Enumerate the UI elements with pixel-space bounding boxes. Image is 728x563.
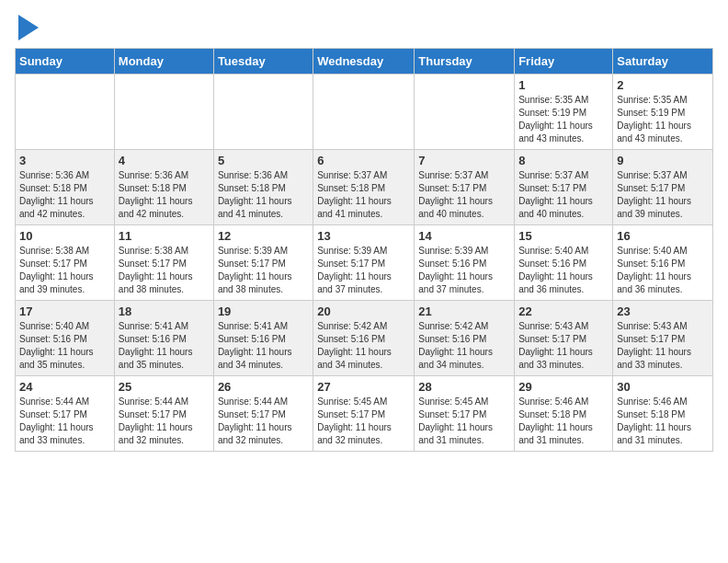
- day-number: 10: [19, 229, 110, 243]
- day-details: Sunrise: 5:35 AM Sunset: 5:19 PM Dayligh…: [617, 94, 709, 145]
- day-number: 3: [19, 154, 110, 167]
- day-number: 29: [518, 380, 609, 394]
- calendar-cell: 15Sunrise: 5:40 AM Sunset: 5:16 PM Dayli…: [515, 225, 613, 301]
- day-number: 21: [418, 304, 510, 318]
- logo: [15, 15, 39, 40]
- calendar-cell: 7Sunrise: 5:37 AM Sunset: 5:17 PM Daylig…: [415, 150, 515, 225]
- day-number: 22: [518, 304, 609, 318]
- calendar-cell: 23Sunrise: 5:43 AM Sunset: 5:17 PM Dayli…: [613, 301, 713, 376]
- calendar-cell: 2Sunrise: 5:35 AM Sunset: 5:19 PM Daylig…: [613, 75, 713, 150]
- calendar-cell: 16Sunrise: 5:40 AM Sunset: 5:16 PM Dayli…: [613, 225, 713, 301]
- calendar-cell: 22Sunrise: 5:43 AM Sunset: 5:17 PM Dayli…: [515, 301, 613, 376]
- day-details: Sunrise: 5:42 AM Sunset: 5:16 PM Dayligh…: [317, 320, 410, 372]
- day-header-tuesday: Tuesday: [213, 49, 313, 75]
- day-number: 6: [317, 154, 410, 167]
- calendar-cell: 29Sunrise: 5:46 AM Sunset: 5:18 PM Dayli…: [515, 376, 613, 452]
- day-details: Sunrise: 5:45 AM Sunset: 5:17 PM Dayligh…: [317, 396, 410, 447]
- calendar-cell: 26Sunrise: 5:44 AM Sunset: 5:17 PM Dayli…: [213, 376, 313, 452]
- day-details: Sunrise: 5:46 AM Sunset: 5:18 PM Dayligh…: [518, 396, 609, 447]
- day-number: 30: [617, 380, 709, 394]
- calendar-cell: 24Sunrise: 5:44 AM Sunset: 5:17 PM Dayli…: [16, 376, 115, 452]
- calendar-cell: 19Sunrise: 5:41 AM Sunset: 5:16 PM Dayli…: [213, 301, 313, 376]
- calendar-cell: 21Sunrise: 5:42 AM Sunset: 5:16 PM Dayli…: [415, 301, 515, 376]
- day-details: Sunrise: 5:45 AM Sunset: 5:17 PM Dayligh…: [418, 396, 510, 447]
- day-details: Sunrise: 5:44 AM Sunset: 5:17 PM Dayligh…: [119, 396, 210, 447]
- calendar-cell: 8Sunrise: 5:37 AM Sunset: 5:17 PM Daylig…: [515, 150, 613, 225]
- day-number: 25: [119, 380, 210, 394]
- day-number: 28: [418, 380, 510, 394]
- day-details: Sunrise: 5:42 AM Sunset: 5:16 PM Dayligh…: [418, 320, 510, 372]
- calendar-cell: 13Sunrise: 5:39 AM Sunset: 5:17 PM Dayli…: [313, 225, 415, 301]
- day-details: Sunrise: 5:35 AM Sunset: 5:19 PM Dayligh…: [518, 94, 609, 145]
- day-number: 26: [218, 380, 309, 394]
- calendar-cell: [16, 75, 115, 150]
- day-number: 24: [19, 380, 110, 394]
- day-number: 27: [317, 380, 410, 394]
- day-details: Sunrise: 5:40 AM Sunset: 5:16 PM Dayligh…: [518, 245, 609, 296]
- calendar-cell: 27Sunrise: 5:45 AM Sunset: 5:17 PM Dayli…: [313, 376, 415, 452]
- calendar-cell: 25Sunrise: 5:44 AM Sunset: 5:17 PM Dayli…: [114, 376, 213, 452]
- day-details: Sunrise: 5:40 AM Sunset: 5:16 PM Dayligh…: [19, 320, 110, 372]
- day-number: 9: [617, 154, 709, 167]
- calendar-cell: 28Sunrise: 5:45 AM Sunset: 5:17 PM Dayli…: [415, 376, 515, 452]
- day-header-saturday: Saturday: [613, 49, 713, 75]
- day-number: 14: [418, 229, 510, 243]
- calendar-table: SundayMondayTuesdayWednesdayThursdayFrid…: [15, 48, 713, 452]
- logo-icon: [18, 15, 39, 40]
- day-header-sunday: Sunday: [16, 49, 115, 75]
- day-details: Sunrise: 5:44 AM Sunset: 5:17 PM Dayligh…: [19, 396, 110, 447]
- day-details: Sunrise: 5:39 AM Sunset: 5:17 PM Dayligh…: [317, 245, 410, 296]
- calendar-cell: 9Sunrise: 5:37 AM Sunset: 5:17 PM Daylig…: [613, 150, 713, 225]
- day-details: Sunrise: 5:37 AM Sunset: 5:17 PM Dayligh…: [518, 169, 609, 221]
- day-header-wednesday: Wednesday: [313, 49, 415, 75]
- calendar-cell: 18Sunrise: 5:41 AM Sunset: 5:16 PM Dayli…: [114, 301, 213, 376]
- day-details: Sunrise: 5:40 AM Sunset: 5:16 PM Dayligh…: [617, 245, 709, 296]
- calendar-body: 1Sunrise: 5:35 AM Sunset: 5:19 PM Daylig…: [16, 75, 713, 452]
- day-details: Sunrise: 5:39 AM Sunset: 5:16 PM Dayligh…: [418, 245, 510, 296]
- day-details: Sunrise: 5:36 AM Sunset: 5:18 PM Dayligh…: [19, 169, 110, 221]
- day-number: 20: [317, 304, 410, 318]
- day-number: 7: [418, 154, 510, 167]
- calendar-cell: 1Sunrise: 5:35 AM Sunset: 5:19 PM Daylig…: [515, 75, 613, 150]
- day-number: 18: [119, 304, 210, 318]
- calendar-cell: 12Sunrise: 5:39 AM Sunset: 5:17 PM Dayli…: [213, 225, 313, 301]
- calendar-cell: [415, 75, 515, 150]
- calendar-cell: 5Sunrise: 5:36 AM Sunset: 5:18 PM Daylig…: [213, 150, 313, 225]
- day-details: Sunrise: 5:37 AM Sunset: 5:17 PM Dayligh…: [617, 169, 709, 221]
- svg-marker-0: [18, 15, 39, 40]
- day-details: Sunrise: 5:36 AM Sunset: 5:18 PM Dayligh…: [218, 169, 309, 221]
- day-header-monday: Monday: [114, 49, 213, 75]
- week-row-4: 17Sunrise: 5:40 AM Sunset: 5:16 PM Dayli…: [16, 301, 713, 376]
- calendar-cell: 14Sunrise: 5:39 AM Sunset: 5:16 PM Dayli…: [415, 225, 515, 301]
- day-header-thursday: Thursday: [415, 49, 515, 75]
- week-row-2: 3Sunrise: 5:36 AM Sunset: 5:18 PM Daylig…: [16, 150, 713, 225]
- day-number: 11: [119, 229, 210, 243]
- calendar-cell: [114, 75, 213, 150]
- day-number: 19: [218, 304, 309, 318]
- day-details: Sunrise: 5:37 AM Sunset: 5:18 PM Dayligh…: [317, 169, 410, 221]
- day-details: Sunrise: 5:36 AM Sunset: 5:18 PM Dayligh…: [119, 169, 210, 221]
- calendar-header: SundayMondayTuesdayWednesdayThursdayFrid…: [16, 49, 713, 75]
- day-number: 12: [218, 229, 309, 243]
- calendar-cell: [213, 75, 313, 150]
- calendar-cell: [313, 75, 415, 150]
- calendar-cell: 6Sunrise: 5:37 AM Sunset: 5:18 PM Daylig…: [313, 150, 415, 225]
- day-details: Sunrise: 5:46 AM Sunset: 5:18 PM Dayligh…: [617, 396, 709, 447]
- calendar-cell: 11Sunrise: 5:38 AM Sunset: 5:17 PM Dayli…: [114, 225, 213, 301]
- day-number: 5: [218, 154, 309, 167]
- week-row-3: 10Sunrise: 5:38 AM Sunset: 5:17 PM Dayli…: [16, 225, 713, 301]
- week-row-1: 1Sunrise: 5:35 AM Sunset: 5:19 PM Daylig…: [16, 75, 713, 150]
- day-number: 1: [518, 78, 609, 92]
- day-number: 8: [518, 154, 609, 167]
- calendar-cell: 17Sunrise: 5:40 AM Sunset: 5:16 PM Dayli…: [16, 301, 115, 376]
- day-number: 23: [617, 304, 709, 318]
- day-number: 4: [119, 154, 210, 167]
- day-details: Sunrise: 5:43 AM Sunset: 5:17 PM Dayligh…: [617, 320, 709, 372]
- calendar-cell: 10Sunrise: 5:38 AM Sunset: 5:17 PM Dayli…: [16, 225, 115, 301]
- day-details: Sunrise: 5:38 AM Sunset: 5:17 PM Dayligh…: [119, 245, 210, 296]
- page-header: [15, 15, 713, 40]
- calendar-cell: 4Sunrise: 5:36 AM Sunset: 5:18 PM Daylig…: [114, 150, 213, 225]
- day-details: Sunrise: 5:37 AM Sunset: 5:17 PM Dayligh…: [418, 169, 510, 221]
- day-details: Sunrise: 5:41 AM Sunset: 5:16 PM Dayligh…: [119, 320, 210, 372]
- day-details: Sunrise: 5:43 AM Sunset: 5:17 PM Dayligh…: [518, 320, 609, 372]
